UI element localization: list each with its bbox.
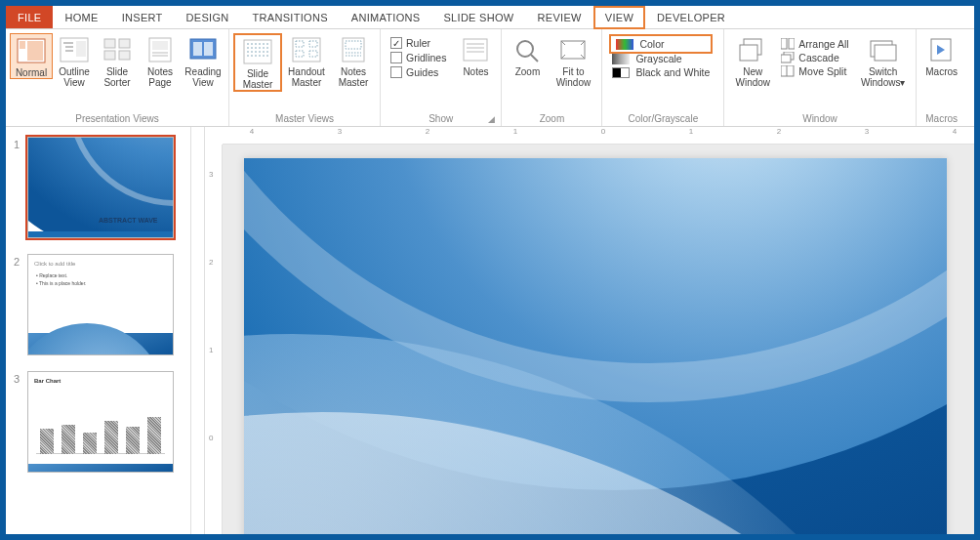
grayscale-option[interactable]: Grayscale bbox=[612, 53, 710, 64]
group-color-label: Color/Grayscale bbox=[606, 111, 719, 126]
handout-master-label: Handout Master bbox=[284, 66, 329, 88]
outline-collapse-bar[interactable] bbox=[191, 127, 205, 534]
svg-rect-43 bbox=[789, 38, 795, 49]
slide-thumb[interactable]: Bar Chart bbox=[27, 371, 174, 473]
guides-checkbox[interactable]: Guides bbox=[390, 66, 446, 78]
tab-transitions[interactable]: TRANSITIONS bbox=[241, 6, 340, 28]
svg-point-37 bbox=[517, 41, 533, 57]
tab-animations[interactable]: ANIMATIONS bbox=[340, 6, 432, 28]
switch-windows-button[interactable]: Switch Windows▾ bbox=[855, 33, 912, 88]
group-master-views-label: Master Views bbox=[233, 111, 376, 126]
slide-thumb[interactable]: Click to add title • Replace text. • Thi… bbox=[27, 254, 174, 355]
cascade-label: Cascade bbox=[798, 52, 838, 63]
arrange-all-button[interactable]: Arrange All bbox=[779, 37, 850, 51]
reading-view-button[interactable]: Reading View bbox=[182, 33, 225, 88]
tab-slideshow[interactable]: SLIDE SHOW bbox=[431, 6, 525, 28]
ruler-tick: 3 bbox=[209, 170, 213, 179]
grayscale-swatch-icon bbox=[612, 54, 630, 64]
slide-editor: 4 3 2 1 0 1 2 3 4 3 2 1 0 bbox=[205, 127, 974, 534]
ruler-tick: 4 bbox=[250, 127, 254, 136]
macros-icon bbox=[927, 37, 957, 62]
svg-rect-45 bbox=[781, 55, 791, 62]
svg-rect-1 bbox=[20, 41, 25, 49]
tab-home[interactable]: HOME bbox=[53, 6, 109, 28]
handout-master-button[interactable]: Handout Master bbox=[282, 33, 331, 88]
tab-review[interactable]: REVIEW bbox=[526, 6, 593, 28]
outline-view-icon bbox=[60, 37, 89, 62]
arrange-all-icon bbox=[781, 38, 795, 50]
handout-master-icon bbox=[292, 37, 321, 62]
slide-thumb-2[interactable]: 2 Click to add title • Replace text. • T… bbox=[14, 254, 183, 355]
guides-label: Guides bbox=[406, 66, 438, 78]
thumb-title: Click to add title bbox=[34, 261, 75, 267]
ruler-tick: 1 bbox=[689, 127, 693, 136]
slide-thumb-1[interactable]: 1 ABSTRACT WAVE bbox=[14, 137, 183, 238]
slide-thumbnail-panel: 1 ABSTRACT WAVE 2 Click to add title • R… bbox=[6, 127, 191, 534]
cascade-icon bbox=[781, 52, 795, 63]
fit-to-window-button[interactable]: Fit to Window bbox=[549, 33, 597, 88]
group-window-label: Window bbox=[728, 111, 911, 126]
slide-canvas-area[interactable] bbox=[223, 145, 974, 534]
notes-button[interactable]: Notes bbox=[454, 33, 497, 77]
arrange-all-label: Arrange All bbox=[798, 38, 848, 50]
svg-rect-7 bbox=[76, 41, 86, 57]
new-window-label: New Window bbox=[730, 66, 775, 88]
macros-button[interactable]: Macros bbox=[920, 33, 963, 77]
bw-label: Black and White bbox=[635, 66, 710, 78]
grayscale-label: Grayscale bbox=[635, 53, 681, 64]
outline-view-button[interactable]: Outline View bbox=[53, 33, 96, 88]
svg-rect-24 bbox=[293, 38, 320, 62]
slide-sorter-button[interactable]: Slide Sorter bbox=[96, 33, 139, 88]
tab-insert[interactable]: INSERT bbox=[110, 6, 175, 28]
dialog-launcher-icon[interactable]: ◢ bbox=[488, 114, 495, 124]
zoom-label: Zoom bbox=[515, 66, 541, 77]
vertical-ruler[interactable]: 3 2 1 0 bbox=[205, 145, 223, 534]
move-split-button[interactable]: Move Split bbox=[779, 64, 850, 78]
ruler-tick: 1 bbox=[513, 127, 517, 136]
ribbon: Normal Outline View Slide Sorter Notes P… bbox=[6, 29, 974, 127]
app-window: FILE HOME INSERT DESIGN TRANSITIONS ANIM… bbox=[6, 6, 974, 534]
svg-rect-17 bbox=[193, 42, 202, 56]
move-split-label: Move Split bbox=[798, 65, 846, 77]
black-white-option[interactable]: Black and White bbox=[612, 66, 710, 78]
slide-master-button[interactable]: Slide Master bbox=[233, 33, 282, 92]
cascade-button[interactable]: Cascade bbox=[779, 51, 850, 64]
slide-canvas[interactable] bbox=[244, 158, 947, 534]
slide-thumb[interactable]: ABSTRACT WAVE bbox=[27, 137, 174, 238]
tab-view[interactable]: VIEW bbox=[593, 6, 645, 28]
notes-page-button[interactable]: Notes Page bbox=[139, 33, 182, 88]
ruler-label: Ruler bbox=[406, 37, 430, 49]
color-label: Color bbox=[639, 38, 664, 50]
ruler-checkbox[interactable]: ✓ Ruler bbox=[390, 37, 446, 49]
gridlines-checkbox[interactable]: Gridlines bbox=[390, 52, 446, 63]
svg-rect-2 bbox=[27, 41, 43, 61]
slide-thumb-3[interactable]: 3 Bar Chart bbox=[14, 371, 183, 473]
normal-view-label: Normal bbox=[16, 67, 47, 78]
new-window-icon bbox=[738, 37, 767, 62]
ruler-tick: 2 bbox=[209, 258, 213, 267]
slide-number: 2 bbox=[14, 254, 27, 355]
thumb-bullet: • This is a place holder. bbox=[36, 280, 86, 286]
notes-master-button[interactable]: Notes Master bbox=[331, 33, 376, 88]
zoom-button[interactable]: Zoom bbox=[506, 33, 549, 77]
group-show: ✓ Ruler Gridlines Guides Notes bbox=[381, 29, 502, 126]
normal-view-button[interactable]: Normal bbox=[10, 33, 53, 79]
tab-developer[interactable]: DEVELOPER bbox=[645, 6, 737, 28]
group-macros: Macros Macros bbox=[917, 29, 967, 126]
outline-view-label: Outline View bbox=[55, 66, 94, 88]
new-window-button[interactable]: New Window bbox=[728, 33, 777, 88]
color-option[interactable]: Color bbox=[612, 37, 710, 51]
tab-design[interactable]: DESIGN bbox=[175, 6, 241, 28]
svg-rect-18 bbox=[204, 42, 213, 56]
color-swatch-icon bbox=[616, 39, 633, 50]
tab-file[interactable]: FILE bbox=[6, 6, 53, 28]
slide-sorter-label: Slide Sorter bbox=[98, 66, 137, 88]
horizontal-ruler[interactable]: 4 3 2 1 0 1 2 3 4 bbox=[223, 127, 974, 145]
svg-rect-8 bbox=[104, 39, 115, 48]
svg-line-38 bbox=[531, 55, 538, 62]
normal-view-icon bbox=[17, 38, 46, 63]
fit-window-icon bbox=[558, 37, 588, 62]
notes-page-label: Notes Page bbox=[141, 66, 180, 88]
slide-number: 3 bbox=[14, 371, 27, 473]
slide-master-label: Slide Master bbox=[237, 68, 278, 90]
